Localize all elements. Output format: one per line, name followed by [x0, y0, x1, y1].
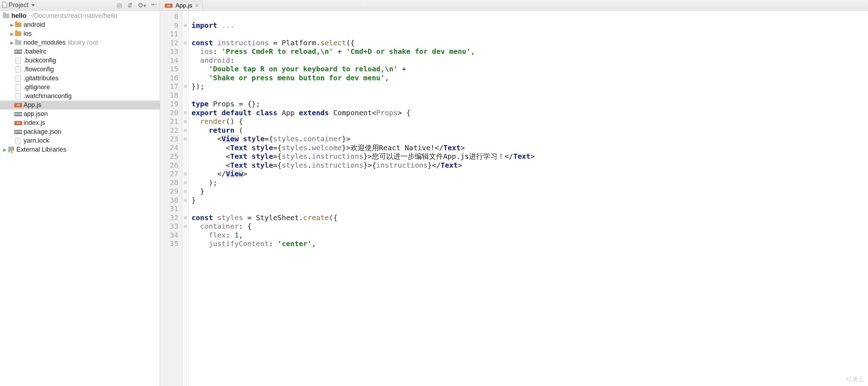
tree-item[interactable]: .buckconfig	[0, 56, 160, 65]
editor-tabs: JS App.js ×	[160, 0, 868, 11]
project-icon	[2, 3, 7, 8]
tree-item[interactable]: JSON.babelrc	[0, 47, 160, 56]
tree-item-label: .flowconfig	[24, 66, 54, 73]
tree-item-label: android	[24, 21, 45, 29]
tree-item-label: .watchmanconfig	[24, 92, 72, 100]
tree-item-label: .buckconfig	[24, 57, 56, 64]
sidebar-title-label: Project	[9, 1, 29, 9]
ide-root: Project ◎ ⇵ ⚙▾ ⭰ hello ~/Documents/react…	[0, 0, 868, 386]
tree-item[interactable]: ▶node_moduleslibrary root	[0, 38, 160, 47]
sidebar-title[interactable]: Project	[2, 1, 35, 9]
external-libraries[interactable]: ▶ External Libraries	[0, 145, 160, 154]
close-icon[interactable]: ×	[195, 2, 199, 9]
tree-item-label: package.json	[24, 128, 61, 136]
file-icon	[15, 93, 21, 100]
tree-item[interactable]: yarn.lock	[0, 136, 160, 145]
file-icon	[15, 75, 21, 82]
folder-icon	[15, 40, 21, 45]
watermark: 亿速云	[847, 376, 864, 383]
external-libraries-label: External Libraries	[16, 146, 66, 153]
line-gutter[interactable]: 8911121314151617181920212223242526272829…	[160, 11, 182, 386]
folder-icon	[15, 22, 21, 27]
file-icon	[15, 138, 21, 144]
tree-item-label: .babelrc	[24, 48, 46, 55]
chevron-right-icon[interactable]: ▶	[9, 31, 14, 36]
chevron-right-icon[interactable]: ▶	[9, 40, 14, 45]
gear-icon[interactable]: ⚙▾	[138, 1, 146, 9]
tree-item[interactable]: .flowconfig	[0, 65, 160, 74]
file-icon	[15, 57, 21, 64]
tree-item-label: .gitattributes	[24, 75, 58, 82]
project-tree[interactable]: hello ~/Documents/react-native/hello ▶an…	[0, 11, 160, 386]
tree-item-label: app.json	[24, 110, 48, 118]
json-icon: JSON	[14, 112, 22, 116]
fold-column[interactable]: ⊞⊟⊟⊟⊟⊟⊟⊟⊟⊟⊟⊟⊟	[182, 11, 189, 386]
file-icon	[15, 84, 21, 91]
tree-item-label: App.js	[24, 101, 41, 109]
tree-item[interactable]: JSONapp.json	[0, 110, 160, 118]
tree-root-path: ~/Documents/react-native/hello	[29, 12, 117, 20]
editor-body: 8911121314151617181920212223242526272829…	[160, 11, 868, 386]
tree-root-name: hello	[11, 12, 26, 20]
js-icon: JS	[14, 121, 22, 125]
editor-pane: JS App.js × 8911121314151617181920212223…	[160, 0, 868, 386]
project-sidebar: Project ◎ ⇵ ⚙▾ ⭰ hello ~/Documents/react…	[0, 0, 160, 386]
tree-item[interactable]: .gitattributes	[0, 74, 160, 83]
chevron-right-icon[interactable]: ▶	[9, 22, 14, 27]
tree-item[interactable]: ▶android	[0, 20, 160, 29]
target-icon[interactable]: ◎	[117, 1, 122, 9]
tree-root[interactable]: hello ~/Documents/react-native/hello	[0, 11, 160, 20]
js-icon: JS	[14, 103, 22, 107]
tab-app-js[interactable]: JS App.js ×	[162, 1, 203, 10]
tree-item-label: .gitignore	[24, 83, 50, 91]
tree-item-label: ios	[24, 30, 32, 37]
tree-item-label: yarn.lock	[24, 137, 49, 144]
folder-icon	[3, 14, 9, 18]
folder-icon	[15, 31, 21, 36]
tree-item-label: node_modules	[24, 39, 66, 46]
tree-item[interactable]: JSindex.js	[0, 118, 160, 127]
tree-item[interactable]: JSApp.js	[0, 101, 160, 110]
libraries-icon	[9, 147, 14, 153]
chevron-down-icon	[31, 4, 35, 6]
json-icon: JSON	[14, 50, 22, 54]
tree-item[interactable]: .watchmanconfig	[0, 92, 160, 101]
slider-icon[interactable]: ⇵	[127, 1, 133, 9]
tab-label: App.js	[175, 2, 192, 9]
tree-item[interactable]: ▶ios	[0, 29, 160, 38]
collapse-icon[interactable]: ⭰	[151, 1, 158, 9]
tree-item[interactable]: .gitignore	[0, 83, 160, 92]
json-icon: JSON	[14, 130, 22, 134]
js-icon: JS	[165, 4, 173, 8]
file-icon	[15, 66, 21, 73]
tree-item-hint: library root	[68, 39, 98, 46]
tree-item[interactable]: JSONpackage.json	[0, 127, 160, 136]
code-area[interactable]: import ...const instructions = Platform.…	[189, 11, 868, 386]
tree-item-label: index.js	[24, 119, 45, 127]
sidebar-toolbar: Project ◎ ⇵ ⚙▾ ⭰	[0, 0, 160, 11]
